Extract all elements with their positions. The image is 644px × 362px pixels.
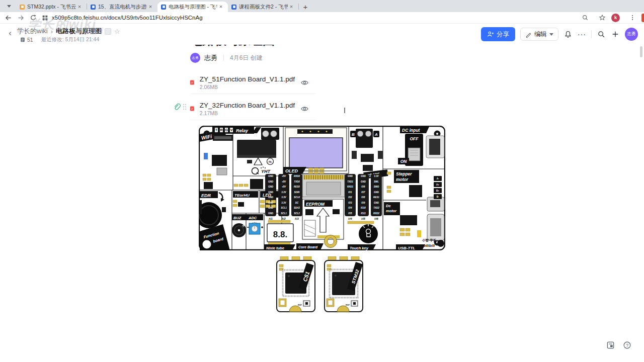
scrollbar-thumb[interactable] <box>640 46 642 57</box>
tab-title: 电路板与原理图 - 飞书云文档 <box>169 4 217 11</box>
svg-text:RST: RST <box>298 304 302 306</box>
doc-image-stm32-board[interactable]: STM32 RST <box>324 256 363 315</box>
notification-bell-icon[interactable] <box>564 30 573 39</box>
svg-text:bilibili: bilibili <box>423 243 435 248</box>
tab-close-icon[interactable]: × <box>147 4 154 11</box>
tab-search-button[interactable] <box>4 1 14 11</box>
browser-tab-motor[interactable]: 15、直流电机与步进电机 PWI × <box>87 2 157 12</box>
svg-text:motor: motor <box>386 209 397 213</box>
doc-title-clipped: 电路板与原理图 <box>190 45 401 47</box>
svg-text:USB-TTL: USB-TTL <box>398 246 415 250</box>
pin-header-name: H4 <box>345 217 356 220</box>
new-tab-button[interactable]: + <box>299 2 312 12</box>
pin-header-name: H1 <box>265 217 276 220</box>
browser-profile-avatar[interactable]: k <box>611 14 620 22</box>
svg-text:ADC: ADC <box>248 216 257 220</box>
site-info-icon[interactable] <box>42 15 48 21</box>
nixie-section: 8.8. Nixie tube <box>264 220 295 250</box>
doc-count: 51 <box>27 37 33 43</box>
browser-toolbar: x509p5c8to.feishu.cn/docx/US9rtv5oo11FUx… <box>0 12 644 24</box>
breadcrumb-separator: › <box>51 28 53 35</box>
doc-count-icon <box>20 37 25 42</box>
wiki-page-icon <box>105 28 111 35</box>
attachment-size: 2.17MB <box>200 110 295 116</box>
pin-header-name: H2 <box>278 217 289 220</box>
tab-title: STM32.pptx - 飞书云文档 <box>27 4 76 11</box>
pencil-icon <box>525 31 532 38</box>
header-divider <box>591 30 592 38</box>
reload-icon[interactable] <box>29 13 38 22</box>
paperclip-icon[interactable] <box>173 103 181 111</box>
search-icon[interactable] <box>597 30 606 39</box>
tab-title: 15、直流电机与步进电机 PWI <box>98 4 147 11</box>
svg-text:DC input: DC input <box>402 128 421 133</box>
svg-text:OLED: OLED <box>285 168 298 173</box>
svg-text:Relay: Relay <box>236 128 249 133</box>
svg-text:A: A <box>374 132 378 137</box>
svg-text:B: B <box>352 132 355 137</box>
svg-text:?: ? <box>626 342 628 347</box>
more-actions-icon[interactable]: ··· <box>578 31 586 38</box>
svg-text:Nixie tube: Nixie tube <box>266 246 284 250</box>
browser-tab-canvas[interactable]: 课程画板文件2 - 飞书云文档 × <box>228 2 298 12</box>
tab-close-icon[interactable]: × <box>76 4 83 11</box>
svg-text:Touch key: Touch key <box>350 246 369 250</box>
url-text: x509p5c8to.feishu.cn/docx/US9rtv5oo11FUx… <box>52 15 203 21</box>
edit-button[interactable]: 编辑 <box>520 28 558 41</box>
forward-icon[interactable] <box>16 13 25 22</box>
drag-handle-icon[interactable] <box>183 104 187 110</box>
attachment-row-pdf-51[interactable]: ZY_51Function Board_V1.1.pdf 2.06MB <box>190 71 316 94</box>
text-cursor <box>344 108 345 113</box>
browser-update-badge[interactable] <box>641 14 644 22</box>
pdf-file-icon <box>190 101 194 116</box>
edit-label: 编辑 <box>534 30 547 39</box>
tab-favicon <box>20 5 25 10</box>
share-button[interactable]: 分享 <box>481 27 515 41</box>
svg-text:8.8.: 8.8. <box>273 230 287 239</box>
tab-close-icon[interactable]: × <box>288 4 295 11</box>
stepper-pins: A-A+B+B- <box>434 176 442 199</box>
breadcrumb-parent[interactable]: 学长的wiki <box>17 27 48 36</box>
author-name[interactable]: 志勇 <box>204 53 217 62</box>
svg-text:Stepper: Stepper <box>396 171 412 176</box>
browser-tab-stm32pptx[interactable]: STM32.pptx - 飞书云文档 × <box>16 2 87 12</box>
bookmark-star-icon[interactable] <box>598 13 607 22</box>
doc-modified: 最近修改: 5月14日 21:44 <box>41 36 100 43</box>
help-icon[interactable]: ? <box>622 340 632 350</box>
user-avatar[interactable]: 志勇 <box>625 28 638 41</box>
feedback-icon[interactable] <box>605 340 615 350</box>
attachment-row-pdf-32[interactable]: ZY_32Function Board_V1.1.pdf 2.17MB <box>190 98 316 120</box>
tab-title: 课程画板文件2 - 飞书云文档 <box>239 4 288 11</box>
doc-back-button[interactable]: ‹ <box>6 28 14 38</box>
author-row: 志勇 志勇 4月6日 创建 <box>190 53 263 63</box>
doc-image-c51-board[interactable]: C51 RST <box>276 256 315 315</box>
favorite-star-icon[interactable]: ☆ <box>114 28 120 35</box>
svg-text:motor: motor <box>396 177 409 182</box>
browser-tab-strip: STM32.pptx - 飞书云文档 × 15、直流电机与步进电机 PWI × … <box>0 0 644 12</box>
breadcrumb: 学长的wiki › 电路板与原理图 ☆ <box>17 27 120 36</box>
create-plus-icon[interactable] <box>611 30 620 39</box>
svg-text:YHT: YHT <box>261 169 271 174</box>
preview-eye-icon[interactable] <box>300 104 309 113</box>
tab-favicon <box>161 5 166 10</box>
url-bar[interactable]: x509p5c8to.feishu.cn/docx/US9rtv5oo11FUx… <box>42 15 577 21</box>
back-icon[interactable] <box>4 13 13 22</box>
svg-text:RST: RST <box>346 304 350 306</box>
author-avatar[interactable]: 志勇 <box>190 53 200 63</box>
svg-text:OFF: OFF <box>410 136 419 141</box>
browser-tab-current[interactable]: 电路板与原理图 - 飞书云文档 × <box>157 2 228 12</box>
tab-favicon <box>231 5 236 10</box>
preview-eye-icon[interactable] <box>300 78 309 87</box>
core-board-socket <box>302 174 345 197</box>
attachment-name: ZY_51Function Board_V1.1.pdf <box>200 75 295 83</box>
dc-motor-section: Dc motor <box>384 202 400 215</box>
breadcrumb-current: 电路板与原理图 <box>56 27 102 36</box>
svg-text:ON: ON <box>400 159 408 164</box>
tab-favicon <box>91 5 96 10</box>
tab-close-icon[interactable]: × <box>217 4 224 11</box>
board-top-pins: TRGV <box>214 127 233 133</box>
doc-image-function-board[interactable]: WiFi Relay <box>199 126 445 250</box>
pdf-file-icon <box>190 75 194 90</box>
browser-menu-kebab-icon[interactable] <box>628 13 637 22</box>
zoom-page-icon[interactable] <box>581 13 590 22</box>
